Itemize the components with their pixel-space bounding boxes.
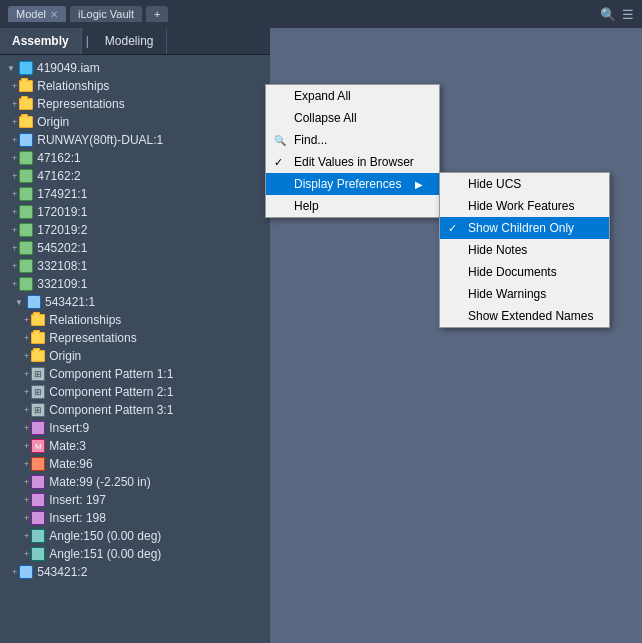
model-tab-close[interactable]: ✕: [50, 9, 58, 20]
help-label: Help: [294, 199, 319, 213]
asm-icon: [26, 294, 42, 310]
mate-label: Mate:3: [49, 439, 86, 453]
hide-work-features-item[interactable]: Hide Work Features: [440, 195, 609, 217]
insert198-label: Insert: 198: [49, 511, 106, 525]
part-label: 174921:1: [37, 187, 87, 201]
part-label: 172019:1: [37, 205, 87, 219]
left-panel: Assembly | Modeling ▼ 419049.iam + Relat…: [0, 28, 270, 643]
plus-icon: +: [24, 369, 29, 379]
list-item[interactable]: + Relationships: [0, 311, 270, 329]
list-item[interactable]: + Component Pattern 2:1: [0, 383, 270, 401]
show-extended-names-item[interactable]: Show Extended Names: [440, 305, 609, 327]
hide-notes-label: Hide Notes: [468, 243, 527, 257]
list-item[interactable]: + Origin: [0, 113, 270, 131]
tab-bar: Assembly | Modeling: [0, 28, 270, 55]
asm-label: 543421:1: [45, 295, 95, 309]
plus-icon: +: [12, 279, 17, 289]
list-item[interactable]: + Insert:9: [0, 419, 270, 437]
part-icon: [18, 150, 34, 166]
collapse-all-label: Collapse All: [294, 111, 357, 125]
root-icon: [18, 60, 34, 76]
collapse-all-item[interactable]: Collapse All: [266, 107, 439, 129]
list-item[interactable]: + 47162:2: [0, 167, 270, 185]
list-item[interactable]: ▼ 543421:1: [0, 293, 270, 311]
find-label: Find...: [294, 133, 327, 147]
display-preferences-submenu[interactable]: Hide UCS Hide Work Features ✓ Show Child…: [439, 172, 610, 328]
list-item[interactable]: + 543421:2: [0, 563, 270, 581]
search-icon[interactable]: 🔍: [600, 7, 616, 22]
asm-icon: [18, 564, 34, 580]
list-item[interactable]: + Angle:150 (0.00 deg): [0, 527, 270, 545]
plus-icon: +: [12, 225, 17, 235]
plus-icon: +: [24, 495, 29, 505]
mate96-label: Mate:96: [49, 457, 92, 471]
list-item[interactable]: + Insert: 198: [0, 509, 270, 527]
plus-icon: +: [24, 441, 29, 451]
find-item[interactable]: 🔍 Find...: [266, 129, 439, 151]
hide-ucs-label: Hide UCS: [468, 177, 521, 191]
display-preferences-item[interactable]: Display Preferences ▶ Hide UCS Hide Work…: [266, 173, 439, 195]
list-item[interactable]: + 545202:1: [0, 239, 270, 257]
expand-all-label: Expand All: [294, 89, 351, 103]
list-item[interactable]: + Component Pattern 3:1: [0, 401, 270, 419]
hide-warnings-item[interactable]: Hide Warnings: [440, 283, 609, 305]
comp-pattern-label: Component Pattern 2:1: [49, 385, 173, 399]
tree-root[interactable]: ▼ 419049.iam: [0, 59, 270, 77]
hide-notes-item[interactable]: Hide Notes: [440, 239, 609, 261]
list-item[interactable]: + 174921:1: [0, 185, 270, 203]
list-item[interactable]: + Representations: [0, 95, 270, 113]
plus-icon: +: [24, 477, 29, 487]
plus-icon: +: [12, 243, 17, 253]
list-item[interactable]: + 332108:1: [0, 257, 270, 275]
list-item[interactable]: + RUNWAY(80ft)-DUAL:1: [0, 131, 270, 149]
list-item[interactable]: + Mate:96: [0, 455, 270, 473]
tab-separator: |: [82, 28, 93, 54]
hide-documents-item[interactable]: Hide Documents: [440, 261, 609, 283]
plus-icon: +: [12, 135, 17, 145]
plus-icon: +: [12, 207, 17, 217]
comp-pattern-label: Component Pattern 1:1: [49, 367, 173, 381]
list-item[interactable]: + Origin: [0, 347, 270, 365]
list-item[interactable]: + Mate:99 (-2.250 in): [0, 473, 270, 491]
help-item[interactable]: Help: [266, 195, 439, 217]
part-icon: [18, 204, 34, 220]
insert-icon: [30, 420, 46, 436]
list-item[interactable]: + Component Pattern 1:1: [0, 365, 270, 383]
origin-sub-label: Origin: [49, 349, 81, 363]
assembly-tab[interactable]: Assembly: [0, 28, 82, 54]
show-children-check: ✓: [448, 222, 457, 235]
angle-icon: [30, 546, 46, 562]
list-item[interactable]: + Angle:151 (0.00 deg): [0, 545, 270, 563]
list-item[interactable]: + 47162:1: [0, 149, 270, 167]
plus-icon: +: [12, 99, 17, 109]
root-label: 419049.iam: [37, 61, 100, 75]
list-item[interactable]: + Insert: 197: [0, 491, 270, 509]
list-item[interactable]: + 172019:2: [0, 221, 270, 239]
list-item[interactable]: + Relationships: [0, 77, 270, 95]
list-item[interactable]: + M Mate:3: [0, 437, 270, 455]
edit-values-item[interactable]: ✓ Edit Values in Browser: [266, 151, 439, 173]
modeling-tab[interactable]: Modeling: [93, 28, 167, 54]
model-tab[interactable]: Model ✕: [8, 6, 66, 22]
ilogic-tab[interactable]: iLogic Vault: [70, 6, 142, 22]
root-toggle[interactable]: ▼: [4, 61, 18, 75]
add-tab[interactable]: +: [146, 6, 168, 22]
insert-icon: [30, 492, 46, 508]
assembly-tab-label: Assembly: [12, 34, 69, 48]
arrow-icon: ▶: [415, 179, 423, 190]
list-item[interactable]: + 332109:1: [0, 275, 270, 293]
list-item[interactable]: + 172019:1: [0, 203, 270, 221]
display-pref-label: Display Preferences: [294, 177, 401, 191]
tree-view[interactable]: ▼ 419049.iam + Relationships + Represent…: [0, 55, 270, 643]
hide-ucs-item[interactable]: Hide UCS: [440, 173, 609, 195]
list-item[interactable]: + Representations: [0, 329, 270, 347]
context-menu[interactable]: Expand All Collapse All 🔍 Find... ✓ Edit…: [265, 84, 440, 218]
toggle-icon[interactable]: ▼: [12, 295, 26, 309]
expand-all-item[interactable]: Expand All: [266, 85, 439, 107]
hide-work-features-label: Hide Work Features: [468, 199, 574, 213]
plus-icon: +: [12, 171, 17, 181]
part-icon: [18, 240, 34, 256]
show-children-only-item[interactable]: ✓ Show Children Only: [440, 217, 609, 239]
part-icon: [18, 276, 34, 292]
menu-icon[interactable]: ☰: [622, 7, 634, 22]
